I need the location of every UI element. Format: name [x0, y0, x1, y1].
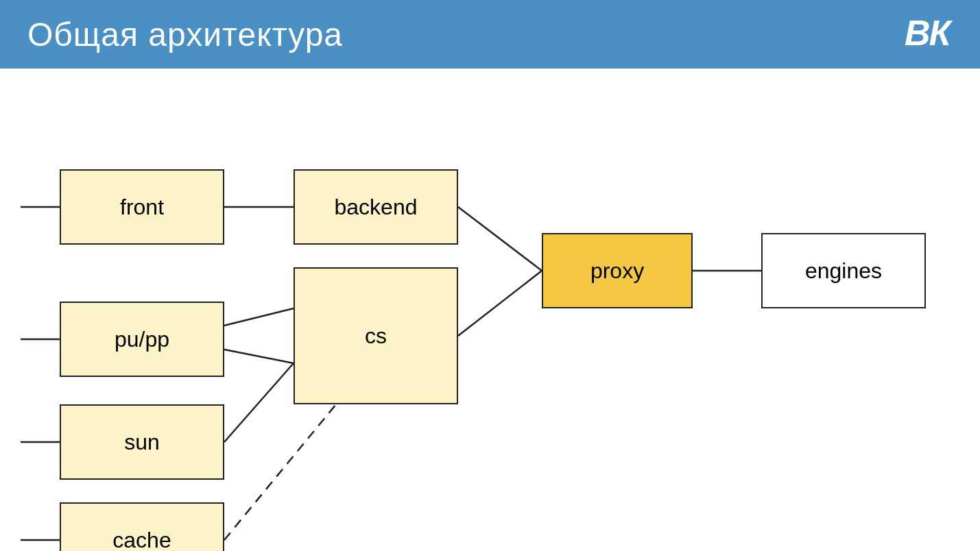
- node-proxy-box: proxy: [542, 233, 693, 308]
- svg-line-4: [224, 308, 294, 326]
- node-backend: backend: [294, 169, 458, 245]
- node-pu-label: pu/pp: [115, 327, 169, 352]
- node-front-label: front: [120, 195, 164, 220]
- page-title: Общая архитектура: [27, 16, 343, 53]
- node-cs-box: cs: [294, 267, 458, 404]
- node-backend-label: backend: [335, 195, 418, 220]
- node-front: front: [60, 169, 224, 245]
- node-front-box: front: [60, 169, 224, 245]
- node-sun: sun: [60, 404, 224, 480]
- node-cache: cache: [60, 502, 224, 551]
- header: Общая архитектура ВК: [0, 0, 980, 69]
- node-cache-label: cache: [112, 528, 171, 552]
- node-sun-label: sun: [124, 430, 160, 455]
- node-pu-box: pu/pp: [60, 302, 224, 377]
- node-cs: cs: [294, 267, 458, 404]
- node-proxy: proxy: [542, 233, 693, 308]
- node-pu: pu/pp: [60, 302, 224, 377]
- node-cs-label: cs: [365, 323, 387, 349]
- diagram-area: front pu/pp sun cache backend cs proxy: [0, 69, 980, 551]
- node-backend-box: backend: [294, 169, 458, 245]
- svg-line-7: [224, 363, 294, 442]
- vk-logo: ВК: [905, 14, 953, 56]
- svg-line-10: [458, 207, 542, 271]
- svg-text:ВК: ВК: [905, 14, 953, 48]
- svg-line-11: [458, 271, 542, 336]
- node-cache-box: cache: [60, 502, 224, 551]
- node-proxy-label: proxy: [590, 258, 644, 284]
- svg-line-5: [224, 350, 294, 363]
- node-sun-box: sun: [60, 404, 224, 480]
- node-engines-box: engines: [761, 233, 926, 308]
- node-engines-label: engines: [805, 258, 882, 284]
- svg-line-9: [224, 404, 336, 540]
- node-engines: engines: [761, 233, 926, 308]
